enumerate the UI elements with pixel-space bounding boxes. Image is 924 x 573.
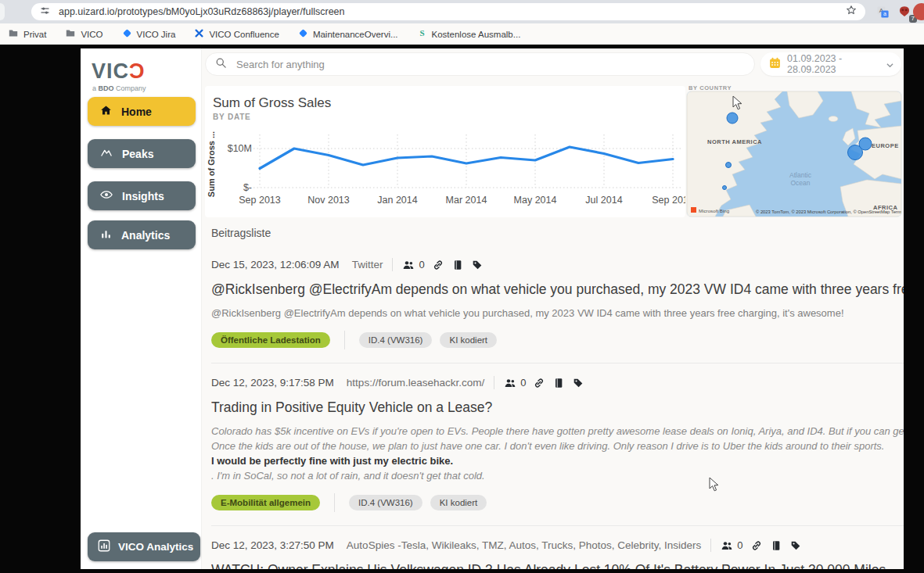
post-item[interactable]: Dec 15, 2023, 12:06:09 AMTwitter0@RickIs… (211, 258, 904, 349)
sidebar-item-label: Insights (122, 190, 164, 202)
svg-text:S: S (419, 28, 424, 38)
book-icon[interactable] (770, 539, 782, 552)
post-title[interactable]: @RickIsenberg @ElectrifyAm depends on wh… (211, 281, 904, 298)
bookmark-star-icon[interactable] (845, 4, 857, 20)
tag-pill[interactable]: E-Mobilität allgemein (211, 495, 320, 510)
sidebar-item-analytics[interactable]: Analytics (88, 220, 196, 249)
tab-strip-edge (0, 3, 5, 20)
tag-icon[interactable] (789, 539, 802, 552)
post-body-line: @RickIsenberg @ElectrifyAm depends on wh… (211, 306, 904, 321)
post-body: Colorado has $5k incentive on EVs if you… (211, 424, 904, 483)
tag-pill[interactable]: ID.4 (VW316) (349, 495, 422, 510)
svg-text:$10M: $10M (228, 143, 252, 154)
post-item[interactable]: Dec 12, 2023, 9:17:58 PMhttps://forum.le… (211, 376, 904, 512)
sidebar-item-vico-analytics[interactable]: VICO Analytics (88, 532, 200, 561)
post-title[interactable]: Trading in Positive Equity Vehicle on a … (211, 399, 904, 416)
date-range-value: 01.09.2023 - 28.09.2023 (787, 53, 881, 75)
people-icon[interactable] (504, 377, 516, 389)
post-mention-count: 0 (419, 259, 424, 270)
translate-icon[interactable]: Aa (873, 2, 892, 21)
bookmark-item[interactable]: SKostenlose Ausmalb... (417, 28, 521, 40)
meta-divider (494, 376, 494, 389)
sidebar-item-insights[interactable]: Insights (88, 181, 196, 210)
folder-icon (8, 28, 19, 40)
post-meta: Dec 12, 2023, 3:27:50 PMAutoSpies -Tesla… (211, 539, 904, 552)
post-source[interactable]: AutoSpies -Tesla, Wikileaks, TMZ, Autos,… (347, 539, 701, 551)
date-range-picker[interactable]: 01.09.2023 - 28.09.2023 (760, 52, 901, 76)
post-tags: E-Mobilität allgemeinID.4 (VW316)KI kodi… (211, 493, 904, 512)
post-source[interactable]: Twitter (352, 259, 383, 270)
svg-text:NORTH AMERICA: NORTH AMERICA (707, 138, 762, 145)
post-mention-count: 0 (737, 539, 742, 551)
link-icon[interactable] (432, 259, 444, 271)
line-chart[interactable]: $10M$-Sep 2013Nov 2013Jan 2014Mar 2014Ma… (205, 125, 685, 215)
bars-icon (99, 227, 113, 243)
post-item[interactable]: Dec 12, 2023, 3:27:50 PMAutoSpies -Tesla… (211, 539, 904, 569)
jira-icon (122, 28, 132, 40)
book-icon[interactable] (451, 259, 464, 271)
sidebar: VICƆ a BDO Company HomePeaksInsightsAnal… (81, 48, 202, 569)
bookmark-item[interactable]: VICO Jira (122, 28, 176, 40)
post-separator (211, 525, 904, 526)
svg-text:Jul 2014: Jul 2014 (585, 195, 622, 206)
svg-text:Jan 2014: Jan 2014 (377, 195, 417, 206)
post-source[interactable]: https://forum.leasehackr.com/ (347, 377, 484, 389)
chart-title: Sum of Gross Sales (213, 95, 331, 111)
svg-text:Ocean: Ocean (790, 179, 810, 187)
svg-text:Sum of Gross ...: Sum of Gross ... (207, 131, 216, 197)
screen: app.uizard.io/prototypes/bM0yoLjx03uRdz6… (0, 0, 924, 573)
tag-icon[interactable] (572, 377, 584, 389)
map-label: BY COUNTRY (689, 84, 732, 91)
sidebar-item-peaks[interactable]: Peaks (88, 139, 196, 168)
post-body-line: I would be perfectly fine with just my e… (211, 453, 904, 468)
link-icon[interactable] (750, 539, 763, 552)
tag-pill[interactable]: Öffentliche Ladestation (211, 332, 330, 348)
bookmark-item[interactable]: MaintenanceOvervi... (298, 28, 398, 40)
map-marker-usa[interactable] (726, 163, 732, 168)
post-meta: Dec 15, 2023, 12:06:09 AMTwitter0 (211, 258, 904, 271)
svg-text:Mar 2014: Mar 2014 (446, 195, 487, 206)
tag-divider (334, 493, 335, 512)
post-mention-count: 0 (520, 377, 526, 389)
bookmark-item[interactable]: VICO (65, 28, 102, 40)
world-map[interactable]: NORTH AMERICA EUROPE AFRICA Atlantic Oce… (687, 91, 901, 217)
main-content: 01.09.2023 - 28.09.2023 Sum of Gross Sal… (202, 48, 904, 569)
confluence-icon (194, 28, 204, 40)
map-marker-germany[interactable] (859, 138, 872, 150)
site-settings-icon[interactable] (39, 5, 51, 20)
map-marker-mexico[interactable] (723, 186, 727, 190)
tag-pill[interactable]: KI kodiert (430, 495, 487, 510)
search-bar[interactable] (205, 52, 755, 76)
gross-sales-chart-card: Sum of Gross Sales BY DATE $10M$-Sep 201… (205, 86, 685, 217)
analytics-box-icon (97, 539, 111, 555)
search-input[interactable] (235, 58, 745, 71)
tag-divider (344, 331, 345, 349)
book-icon[interactable] (552, 377, 565, 389)
extension-icon[interactable]: 7 (895, 2, 914, 21)
bookmark-item[interactable]: Privat (8, 28, 46, 40)
mouse-cursor (732, 95, 743, 111)
tag-pill[interactable]: KI kodiert (440, 332, 497, 348)
post-body-line: Once the kids are out of the house, we p… (211, 439, 904, 453)
url-text[interactable]: app.uizard.io/prototypes/bM0yoLjx03uRdz6… (59, 6, 845, 17)
post-body-line: . I'm in SoCal, so not a lot of rain, an… (211, 468, 904, 483)
bookmark-label: VICO (81, 30, 102, 39)
search-icon (215, 57, 227, 72)
svg-text:Atlantic: Atlantic (789, 171, 812, 179)
tag-pill[interactable]: ID.4 (VW316) (359, 332, 433, 348)
svg-text:a: a (883, 11, 886, 17)
tag-icon[interactable] (471, 259, 484, 271)
peaks-icon (99, 145, 113, 162)
people-icon[interactable] (402, 259, 415, 271)
link-icon[interactable] (533, 377, 545, 389)
url-bar[interactable]: app.uizard.io/prototypes/bM0yoLjx03uRdz6… (31, 3, 865, 20)
post-title[interactable]: WATCH: Owner Explains His Volkswagen ID.… (211, 562, 904, 569)
map-marker-canada[interactable] (727, 113, 738, 124)
post-list: Beitragsliste Dec 15, 2023, 12:06:09 AMT… (211, 227, 904, 569)
logo-subtitle: a BDO Company (92, 84, 146, 92)
eye-icon (99, 188, 113, 204)
people-icon[interactable] (721, 539, 733, 552)
post-date: Dec 15, 2023, 12:06:09 AM (211, 259, 340, 270)
bookmark-item[interactable]: VICO Confluence (194, 28, 279, 40)
sidebar-item-home[interactable]: Home (88, 97, 196, 126)
